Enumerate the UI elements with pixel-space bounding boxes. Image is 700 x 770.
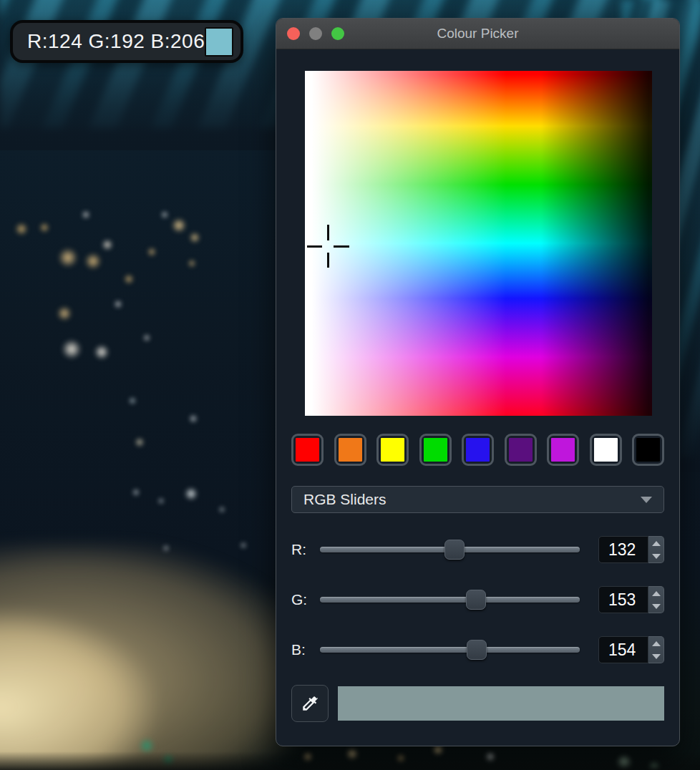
blue-slider-row: B: 154	[291, 636, 664, 663]
swatch-chip	[339, 438, 362, 462]
red-slider-row: R: 132	[291, 536, 664, 563]
swatch-dark-purple[interactable]	[505, 434, 537, 466]
window-body: RGB Sliders R: 132 G:	[276, 49, 679, 746]
green-slider-row: G: 153	[291, 586, 664, 613]
preset-swatch-row	[291, 433, 664, 466]
swatch-white[interactable]	[590, 434, 622, 466]
swatch-red[interactable]	[291, 434, 324, 466]
rgb-readout-text: R:124 G:192 B:206	[27, 30, 205, 53]
blue-decrement-button[interactable]	[648, 650, 663, 663]
arrow-down-icon	[652, 654, 661, 659]
blue-slider-label: B:	[291, 641, 316, 658]
green-slider[interactable]	[320, 589, 580, 610]
background-vignette	[0, 751, 700, 770]
red-increment-button[interactable]	[648, 537, 663, 550]
swatch-chip	[509, 438, 533, 462]
red-spin-arrows	[648, 536, 664, 563]
blue-increment-button[interactable]	[648, 637, 663, 650]
red-value-field[interactable]: 132	[598, 536, 648, 563]
green-slider-label: G:	[291, 591, 316, 608]
arrow-down-icon	[652, 554, 661, 559]
green-increment-button[interactable]	[648, 587, 663, 600]
green-slider-track[interactable]	[320, 597, 580, 603]
swatch-chip	[551, 438, 575, 462]
swatch-chip	[424, 438, 447, 462]
swatch-chip	[636, 438, 660, 462]
color-model-value: RGB Sliders	[303, 491, 387, 508]
green-decrement-button[interactable]	[648, 600, 663, 613]
swatch-chip	[594, 438, 618, 462]
color-model-select[interactable]: RGB Sliders	[291, 486, 664, 513]
bottom-row	[291, 685, 664, 722]
chevron-down-icon	[641, 497, 652, 503]
green-spin-arrows	[648, 586, 664, 613]
red-slider[interactable]	[320, 539, 580, 560]
arrow-up-icon	[652, 541, 661, 546]
blue-slider[interactable]	[320, 639, 580, 661]
swatch-chip	[296, 438, 319, 462]
color-gradient-canvas[interactable]	[305, 71, 652, 416]
arrow-up-icon	[652, 641, 661, 646]
red-spinbox: 132	[598, 536, 664, 563]
swatch-chip	[381, 438, 404, 462]
swatch-chip	[466, 438, 490, 462]
red-decrement-button[interactable]	[648, 550, 663, 562]
swatch-green[interactable]	[419, 434, 452, 466]
blue-spin-arrows	[648, 636, 664, 663]
green-slider-handle[interactable]	[466, 590, 486, 610]
blue-slider-handle[interactable]	[467, 640, 487, 660]
swatch-magenta[interactable]	[547, 434, 579, 466]
window-title: Colour Picker	[276, 26, 679, 42]
blue-slider-track[interactable]	[320, 647, 580, 653]
swatch-black[interactable]	[632, 434, 664, 466]
crosshair-arm	[327, 253, 329, 268]
window-titlebar[interactable]: Colour Picker	[276, 19, 679, 49]
swatch-blue[interactable]	[462, 434, 494, 466]
green-spinbox: 153	[598, 586, 664, 613]
blue-spinbox: 154	[598, 636, 664, 663]
selected-color-preview	[338, 686, 664, 721]
arrow-down-icon	[652, 604, 661, 609]
crosshair-arm	[334, 245, 349, 248]
blue-value-field[interactable]: 154	[598, 636, 648, 663]
red-slider-handle[interactable]	[444, 540, 465, 560]
crosshair-arm	[307, 245, 322, 248]
swatch-yellow[interactable]	[376, 434, 409, 466]
color-readout-overlay: R:124 G:192 B:206	[10, 20, 243, 63]
eyedropper-icon	[301, 694, 319, 713]
arrow-up-icon	[652, 591, 661, 596]
crosshair-arm	[327, 225, 329, 240]
eyedropper-button[interactable]	[291, 685, 329, 722]
red-slider-label: R:	[291, 541, 316, 558]
green-value-field[interactable]: 153	[598, 586, 648, 613]
swatch-orange[interactable]	[334, 434, 366, 466]
colour-picker-window: Colour Picker RGB Sliders	[276, 18, 680, 746]
readout-color-swatch	[205, 27, 233, 57]
